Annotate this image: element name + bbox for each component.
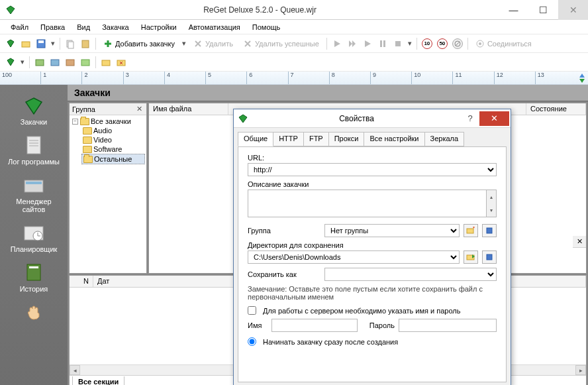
connect-button[interactable]: Соединиться xyxy=(471,36,536,51)
tb2-folder-icon[interactable] xyxy=(99,56,113,69)
sidebar-item-hand[interactable] xyxy=(5,300,63,326)
open-icon[interactable] xyxy=(19,37,32,50)
ruler-tick: 11 xyxy=(452,72,493,84)
saveas-field[interactable] xyxy=(324,268,497,281)
save-icon[interactable] xyxy=(34,37,48,50)
save-dropdown-icon[interactable]: ▾ xyxy=(50,39,56,48)
collapse-icon[interactable]: − xyxy=(72,119,78,125)
tb2-folder2-icon[interactable] xyxy=(115,56,128,69)
sidebar-item-log[interactable]: Лог программы xyxy=(5,133,63,168)
tree-root[interactable]: −Все закачки xyxy=(71,117,145,126)
dialog-help-button[interactable]: ? xyxy=(461,113,479,123)
stop-icon[interactable] xyxy=(391,37,405,50)
sidebar-item-history[interactable]: История xyxy=(5,260,63,296)
sidebar-item-downloads[interactable]: Закачки xyxy=(5,93,63,129)
dir-field[interactable]: C:\Users\Denis\Downloads xyxy=(248,250,460,264)
play2-icon[interactable] xyxy=(361,37,374,50)
dialog-close-button[interactable]: ✕ xyxy=(479,111,509,126)
maximize-button[interactable]: ☐ xyxy=(528,0,558,20)
start-now-radio[interactable] xyxy=(248,337,256,346)
tab-ftp[interactable]: FTP xyxy=(303,132,329,146)
sites-icon xyxy=(23,175,44,196)
spin-up-icon[interactable]: ▴ xyxy=(487,190,496,203)
new-group-button[interactable] xyxy=(464,224,478,237)
tab-http[interactable]: HTTP xyxy=(273,132,304,146)
menu-automation[interactable]: Автоматизация xyxy=(183,21,246,33)
copy-icon[interactable] xyxy=(64,37,77,50)
tb2-box3-icon[interactable] xyxy=(64,56,77,69)
sidebar-item-sites[interactable]: Менеджер сайтов xyxy=(5,172,63,216)
speed-50-button[interactable]: 50 xyxy=(436,37,449,50)
timeline-ruler[interactable]: 100 1 2 3 4 5 6 7 8 9 10 11 12 13 xyxy=(0,72,588,85)
svg-marker-28 xyxy=(26,98,42,114)
folder-icon xyxy=(83,137,92,144)
svg-rect-13 xyxy=(383,40,385,47)
col-filename[interactable]: Имя файла xyxy=(149,103,228,115)
tab-mirrors[interactable]: Зеркала xyxy=(424,132,465,146)
pause-icon[interactable] xyxy=(376,37,389,50)
scheduler-icon xyxy=(23,223,44,244)
tb2-diamond-icon[interactable] xyxy=(4,56,17,69)
skip-icon[interactable] xyxy=(346,37,359,50)
secondary-toolbar: ▾ xyxy=(0,53,588,72)
add-download-button[interactable]: Добавить закачку xyxy=(99,36,179,51)
tree-node-audio[interactable]: Audio xyxy=(81,126,145,135)
stop-dropdown-icon[interactable]: ▾ xyxy=(407,39,413,48)
tb2-diamond-dropdown[interactable]: ▾ xyxy=(19,58,26,66)
svg-marker-1 xyxy=(7,40,14,47)
group-pin-button[interactable] xyxy=(482,224,497,237)
menu-download[interactable]: Закачка xyxy=(97,21,134,33)
menu-view[interactable]: Вид xyxy=(72,21,95,33)
col-state[interactable]: Состояние xyxy=(526,103,586,115)
ruler-tick: 6 xyxy=(246,72,287,84)
menu-settings[interactable]: Настройки xyxy=(136,21,182,33)
tb2-box2-icon[interactable] xyxy=(48,56,62,69)
group-select[interactable]: Нет группы xyxy=(324,224,460,237)
scroll-right-icon[interactable]: ▸ xyxy=(575,365,586,375)
svg-marker-11 xyxy=(365,40,371,47)
desc-field[interactable] xyxy=(248,190,487,217)
add-dropdown-icon[interactable]: ▾ xyxy=(181,39,187,48)
spin-down-icon[interactable]: ▾ xyxy=(487,203,496,217)
username-field[interactable] xyxy=(271,319,358,332)
svg-marker-19 xyxy=(7,58,14,66)
new-icon[interactable] xyxy=(4,37,17,50)
tab-all-settings[interactable]: Все настройки xyxy=(364,132,424,146)
tree-node-software[interactable]: Software xyxy=(81,144,145,154)
password-field[interactable] xyxy=(399,319,497,332)
dir-pin-button[interactable] xyxy=(482,250,497,264)
url-field[interactable]: http:// xyxy=(248,163,497,176)
tb2-box4-icon[interactable] xyxy=(79,56,92,69)
menu-edit[interactable]: Правка xyxy=(35,21,70,33)
close-button[interactable]: ✕ xyxy=(558,0,588,20)
tb2-box1-icon[interactable] xyxy=(33,56,46,69)
svg-marker-0 xyxy=(7,6,15,14)
ruler-scroll-arrows[interactable] xyxy=(576,72,588,84)
tab-proxy[interactable]: Прокси xyxy=(328,132,365,146)
tab-general[interactable]: Общие xyxy=(238,132,273,146)
list-pane-close[interactable]: ✕ xyxy=(573,236,586,248)
delete-button[interactable]: Удалить xyxy=(189,36,237,51)
menu-help[interactable]: Помощь xyxy=(247,21,286,33)
delete-successful-button[interactable]: Удалить успешные xyxy=(239,36,323,51)
speed-10-button[interactable]: 10 xyxy=(420,37,434,50)
paste-icon[interactable] xyxy=(79,37,92,50)
ruler-tick: 12 xyxy=(494,72,535,84)
svg-rect-43 xyxy=(487,228,492,233)
minimize-button[interactable]: — xyxy=(499,0,528,20)
sidebar-item-scheduler[interactable]: Планировщик xyxy=(5,220,63,256)
col-n[interactable]: N xyxy=(70,276,93,287)
play-icon[interactable] xyxy=(330,37,344,50)
menu-file[interactable]: Файл xyxy=(5,21,34,33)
scroll-left-icon[interactable]: ◂ xyxy=(70,365,80,375)
tab-all-sections[interactable]: Все секции xyxy=(72,376,124,385)
svg-marker-10 xyxy=(352,40,356,47)
pane-close-icon[interactable]: ✕ xyxy=(135,105,144,113)
tree-node-video[interactable]: Video xyxy=(81,135,145,144)
tree-node-other[interactable]: Остальные xyxy=(81,154,145,164)
log-icon xyxy=(23,135,44,156)
svg-rect-14 xyxy=(395,41,401,46)
speed-unlimited-button[interactable] xyxy=(451,37,464,50)
browse-dir-button[interactable] xyxy=(464,250,478,264)
auth-checkbox[interactable] xyxy=(248,306,256,315)
